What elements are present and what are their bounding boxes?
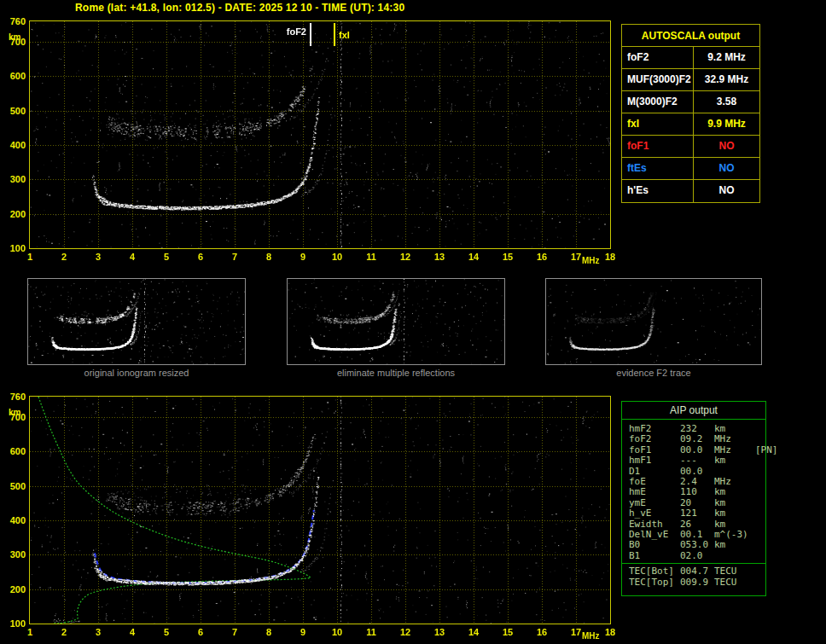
autoscala-table-header: AUTOSCALA output — [622, 25, 759, 47]
x-tick-label: 7 — [225, 252, 244, 262]
autoscala-row-label: foF1 — [622, 136, 694, 157]
x-tick-label: 7 — [225, 627, 244, 637]
autoscala-row-label: fxI — [622, 113, 694, 135]
x-tick-label: 4 — [123, 627, 142, 637]
x-tick-label: 11 — [362, 252, 381, 262]
aip-row-value: 004.7 — [680, 566, 714, 577]
x-axis-unit-label: MHz — [582, 256, 600, 265]
x-tick-label: 3 — [89, 627, 108, 637]
autoscala-row-value: NO — [694, 158, 759, 179]
x-tick-label: 13 — [430, 252, 449, 262]
aip-row-note: [PN] — [755, 445, 778, 455]
y-tick-label: 600 — [3, 446, 26, 456]
x-tick-label: 10 — [328, 252, 346, 262]
autoscala-row-value: 9.9 MHz — [694, 113, 759, 135]
fof2-marker-label: foF2 — [281, 26, 306, 37]
aip-row-value: 02.0 — [680, 551, 714, 561]
page-title: Rome (lat: +41.8, lon: 012.5) - DATE: 20… — [75, 2, 404, 14]
aip-row: B102.0 — [629, 551, 765, 561]
aip-row-label: foF2 — [629, 434, 680, 444]
y-tick-label: 300 — [3, 549, 26, 560]
aip-row: foE2.4MHz — [629, 477, 765, 487]
y-tick-label: 400 — [3, 515, 26, 525]
autoscala-row: ftEsNO — [622, 158, 759, 180]
x-tick-label: 8 — [259, 252, 278, 262]
autoscala-output-table: AUTOSCALA output foF29.2 MHzMUF(3000)F23… — [621, 24, 760, 203]
x-tick-label: 2 — [55, 627, 73, 637]
autoscala-row: h'EsNO — [622, 180, 759, 202]
autoscala-row-label: ftEs — [622, 158, 694, 179]
x-tick-label: 9 — [294, 252, 312, 262]
y-tick-label: 760 — [3, 16, 26, 26]
aip-table-rows: hmF2232kmfoF209.2MHzfoF100.0MHz[PN]hmF1-… — [622, 420, 765, 561]
autoscala-row-value: 9.2 MHz — [694, 47, 759, 68]
aip-row-label: hmF1 — [629, 455, 680, 466]
x-tick-label: 15 — [498, 252, 517, 262]
aip-row-label: B0 — [629, 540, 680, 550]
x-tick-label: 12 — [396, 627, 415, 637]
y-tick-label: 500 — [3, 106, 26, 116]
x-tick-label: 18 — [601, 252, 620, 262]
autoscala-row-value: NO — [694, 180, 759, 202]
fxi-marker-label: fxI — [339, 30, 350, 40]
autoscala-screen: Rome (lat: +41.8, lon: 012.5) - DATE: 20… — [0, 0, 826, 644]
y-tick-label: 500 — [3, 481, 26, 491]
thumbnail-original-ionogram — [27, 278, 246, 365]
x-tick-label: 4 — [123, 252, 142, 262]
thumbnail-caption-original: original ionogram resized — [27, 368, 246, 378]
x-tick-label: 6 — [191, 627, 210, 637]
aip-row: TEC[Top]009.9TECU — [629, 577, 765, 588]
x-tick-label: 10 — [328, 627, 346, 637]
aip-table-tec-rows: TEC[Bot]004.7TECUTEC[Top]009.9TECU — [622, 564, 765, 588]
x-tick-label: 16 — [532, 252, 551, 262]
top-ionogram-canvas — [30, 21, 610, 248]
thumbnail-original-canvas — [28, 279, 245, 364]
x-tick-label: 2 — [55, 252, 73, 262]
bottom-ionogram-canvas — [30, 397, 610, 624]
autoscala-row-label: M(3000)F2 — [622, 91, 694, 113]
thumbnail-eliminate-reflections — [287, 278, 505, 365]
x-tick-label: 13 — [430, 627, 449, 637]
x-tick-label: 6 — [191, 252, 210, 262]
autoscala-row: MUF(3000)F232.9 MHz — [622, 69, 759, 91]
x-tick-label: 18 — [601, 627, 620, 637]
autoscala-row: fxI9.9 MHz — [622, 113, 759, 136]
aip-table-header: AIP output — [622, 402, 765, 420]
aip-row-unit: km — [714, 540, 755, 550]
autoscala-row: foF29.2 MHz — [622, 47, 759, 69]
aip-row: h_vE121km — [629, 508, 765, 519]
autoscala-row-value: 32.9 MHz — [694, 69, 759, 90]
aip-row-unit: MHz — [714, 434, 755, 444]
y-tick-label: 600 — [3, 71, 26, 81]
x-tick-label: 11 — [362, 627, 381, 637]
y-tick-label: 100 — [3, 618, 26, 629]
aip-row-value: 053.0 — [680, 540, 714, 550]
autoscala-table-rows: foF29.2 MHzMUF(3000)F232.9 MHzM(3000)F23… — [622, 47, 759, 202]
y-tick-label: 300 — [3, 174, 26, 184]
x-tick-label: 9 — [294, 627, 312, 637]
top-ionogram: foF2 fxI — [29, 20, 611, 249]
aip-row-value: 09.2 — [680, 434, 714, 444]
aip-row-label: TEC[Bot] — [629, 566, 680, 577]
x-tick-label: 12 — [396, 252, 415, 262]
thumbnail-caption-eliminate: eliminate multiple reflections — [287, 368, 505, 378]
bottom-ionogram — [29, 396, 611, 624]
x-tick-label: 15 — [498, 627, 517, 637]
aip-row-label: h_vE — [629, 508, 680, 519]
x-tick-label: 3 — [89, 252, 108, 262]
thumbnail-evidence-f2 — [545, 278, 762, 365]
y-tick-label: 400 — [3, 140, 26, 150]
aip-row: B0053.0km — [629, 540, 765, 550]
x-tick-label: 14 — [464, 627, 483, 637]
y-axis-unit-label: km — [9, 408, 20, 417]
autoscala-row: M(3000)F23.58 — [622, 91, 759, 113]
y-tick-label: 760 — [3, 392, 26, 402]
aip-row-unit: km — [714, 487, 755, 497]
autoscala-row-label: MUF(3000)F2 — [622, 69, 694, 90]
aip-row-unit: TECU — [714, 566, 755, 577]
thumbnail-caption-evidence: evidence F2 trace — [545, 368, 762, 378]
autoscala-row-label: foF2 — [622, 47, 694, 68]
aip-row-value: --- — [680, 455, 714, 466]
x-tick-label: 5 — [157, 627, 176, 637]
aip-row-value: 009.9 — [680, 577, 714, 588]
